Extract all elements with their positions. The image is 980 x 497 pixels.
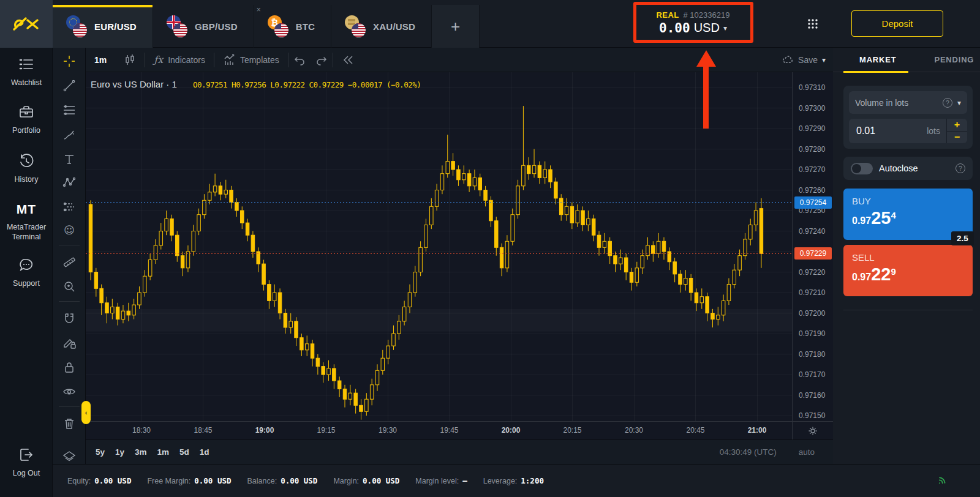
chart-plot-area[interactable] — [86, 72, 792, 421]
emoji-tool-button[interactable]: ☺ — [61, 222, 78, 239]
range-1m-button[interactable]: 1m — [157, 447, 170, 457]
sidebar-item-logout[interactable]: Log Out — [0, 447, 53, 478]
auto-scale-button[interactable]: auto — [799, 447, 815, 457]
buy-label: BUY — [852, 196, 964, 206]
price-tick-label: 0.97300 — [799, 104, 825, 113]
volume-increase-button[interactable]: + — [947, 119, 967, 132]
save-layout-button[interactable]: Save ▾ — [782, 54, 833, 66]
sidebar: Watchlist Portfolio History MT MetaTrade… — [0, 48, 53, 497]
stat-margin: Margin: 0.00 USD — [333, 476, 399, 485]
crosshair-tool-button[interactable] — [61, 53, 78, 70]
add-tab-button[interactable]: + — [432, 5, 480, 48]
range-1y-button[interactable]: 1y — [115, 447, 124, 457]
tab-market[interactable]: MARKET — [859, 55, 896, 64]
trend-line-tool-button[interactable] — [61, 77, 78, 94]
account-currency: USD — [694, 21, 720, 35]
ask-price-badge: 0.97254 — [794, 196, 832, 209]
sidebar-item-support[interactable]: Support — [0, 257, 53, 288]
account-switcher[interactable]: REAL # 102336219 0.00 USD ▾ — [637, 2, 749, 43]
indicators-button[interactable]: ƒx Indicators — [145, 48, 214, 72]
price-tick-label: 0.97180 — [799, 350, 825, 359]
connection-signal-icon — [936, 474, 948, 487]
sidebar-item-portfolio[interactable]: Portfolio — [0, 104, 53, 135]
price-axis[interactable]: 0.973100.973000.972900.972800.972700.972… — [792, 72, 833, 421]
sell-button[interactable]: SELL 0.97229 — [843, 245, 973, 296]
pencil-lock-icon — [62, 336, 76, 349]
sidebar-item-metatrader[interactable]: MT MetaTrader Terminal — [0, 202, 53, 242]
chart-settings-button[interactable] — [792, 421, 833, 439]
flag-btc-icon: ₿ — [268, 15, 288, 37]
sidebar-item-watchlist[interactable]: Watchlist — [0, 56, 53, 88]
deposit-button[interactable]: Deposit — [851, 10, 943, 37]
templates-button[interactable]: Templates — [214, 48, 288, 72]
candlestick-chart[interactable] — [86, 72, 792, 421]
tab-eurusd[interactable]: EUR/USD — [53, 5, 153, 48]
help-icon[interactable]: ? — [956, 163, 965, 173]
autoclose-toggle[interactable] — [851, 163, 873, 174]
magnet-icon — [62, 312, 76, 325]
stat-margin-level: Margin level: – — [415, 476, 467, 485]
go-to-start-button[interactable] — [333, 48, 363, 72]
time-tick-label: 19:00 — [255, 426, 274, 435]
drawing-lock-tool-button[interactable] — [61, 334, 78, 351]
trend-line-icon — [62, 79, 76, 92]
brush-tool-button[interactable] — [61, 126, 78, 143]
price-tick-label: 0.97210 — [799, 288, 825, 297]
tab-pending[interactable]: PENDING — [934, 55, 974, 64]
chart-style-button[interactable] — [115, 48, 145, 72]
time-tick-label: 20:15 — [563, 426, 581, 435]
range-5d-button[interactable]: 5d — [179, 447, 189, 457]
zoom-in-icon — [62, 280, 76, 293]
volume-decrease-button[interactable]: − — [947, 132, 967, 144]
object-tree-button[interactable] — [61, 448, 78, 465]
remove-drawings-button[interactable] — [61, 415, 78, 432]
indicators-label: Indicators — [168, 55, 205, 65]
price-tick-label: 0.97290 — [799, 124, 825, 133]
tab-xauusd[interactable]: XAU/USD — [331, 5, 432, 48]
lock-all-tool-button[interactable] — [61, 359, 78, 376]
tab-label: EUR/USD — [94, 21, 137, 32]
order-type-tabs: MARKET PENDING — [833, 48, 980, 72]
sidebar-item-history[interactable]: History — [0, 153, 53, 184]
range-1d-button[interactable]: 1d — [200, 447, 209, 457]
utc-clock[interactable]: 04:30:49 (UTC) — [720, 447, 777, 457]
sell-label: SELL — [852, 252, 964, 263]
zoom-tool-button[interactable] — [61, 278, 78, 295]
candles-group — [89, 106, 763, 420]
pattern-tool-button[interactable] — [61, 174, 78, 191]
ruler-tool-button[interactable] — [61, 253, 78, 271]
top-bar: EUR/USD GBP/USD × ₿ BTC XAU/USD — [0, 0, 980, 48]
undo-button[interactable] — [288, 48, 311, 72]
fx-icon: ƒx — [154, 54, 163, 65]
collapse-toolbar-handle[interactable]: ‹ — [81, 401, 91, 424]
buy-price: 0.97254 — [852, 210, 964, 226]
caret-down-icon: ▾ — [822, 56, 826, 64]
spread-badge: 2.5 — [951, 231, 974, 245]
exness-logo[interactable] — [0, 0, 53, 48]
volume-input[interactable] — [849, 119, 910, 143]
hide-drawings-tool-button[interactable] — [61, 383, 78, 400]
time-tick-label: 20:45 — [686, 426, 704, 435]
close-tab-icon[interactable]: × — [257, 6, 261, 13]
tab-gbpusd[interactable]: GBP/USD — [153, 5, 254, 48]
horizontal-lines-icon — [62, 103, 76, 117]
fib-lines-tool-button[interactable] — [61, 102, 78, 119]
forecast-tool-button[interactable] — [61, 198, 78, 215]
redo-button[interactable] — [311, 48, 333, 72]
caret-down-icon: ▾ — [957, 99, 961, 107]
support-chat-icon — [18, 257, 34, 273]
chart-toolbar: 1m ƒx Indicators Templates — [86, 48, 833, 72]
tab-btc[interactable]: × ₿ BTC — [254, 5, 331, 48]
help-icon[interactable]: ? — [943, 98, 952, 108]
flag-xauusd-icon — [345, 15, 366, 37]
timeframe-button[interactable]: 1m — [86, 48, 115, 72]
exness-logo-icon — [12, 15, 40, 33]
range-5y-button[interactable]: 5y — [96, 447, 105, 457]
text-tool-button[interactable] — [61, 151, 78, 168]
range-3m-button[interactable]: 3m — [135, 447, 147, 457]
time-axis[interactable]: 18:3018:4519:0019:1519:3019:4520:0020:15… — [86, 421, 792, 439]
volume-unit-label: lots — [927, 119, 940, 143]
apps-grid-button[interactable] — [804, 15, 822, 33]
volume-mode-select[interactable]: Volume in lots ? ▾ — [849, 91, 967, 114]
magnet-tool-button[interactable] — [61, 310, 78, 327]
